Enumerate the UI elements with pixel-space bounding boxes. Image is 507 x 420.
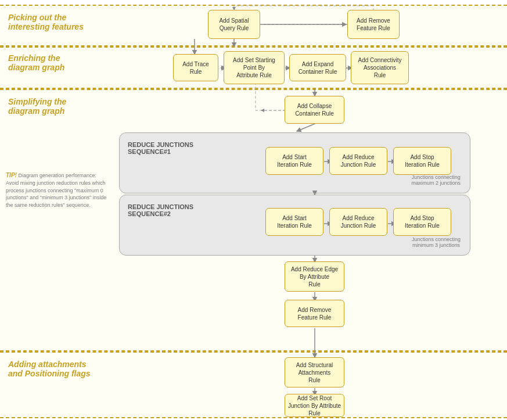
box-collapse-container[interactable]: Add CollapseContainer Rule <box>285 96 344 124</box>
box-start-iter-1[interactable]: Add StartIteration Rule <box>265 147 323 175</box>
box-remove-feature-2[interactable]: Add RemoveFeature Rule <box>285 300 344 327</box>
box-stop-iter-1[interactable]: Add StopIteration Rule <box>393 147 451 175</box>
sequence-2-note: Junctions connectingminimum 3 junctions <box>412 236 461 248</box>
box-reduce-edge[interactable]: Add Reduce EdgeBy AttributeRule <box>285 261 344 292</box>
section-band-4: Adding attachmentsand Positioning flags <box>0 351 507 418</box>
box-set-starting[interactable]: Add Set StartingPoint ByAttribute Rule <box>224 51 285 84</box>
sequence-1-label: REDUCE JUNCTIONSSEQUENCE#1 <box>128 141 193 155</box>
box-expand-container[interactable]: Add ExpandContainer Rule <box>289 54 346 81</box>
sequence-2-label: REDUCE JUNCTIONSSEQUENCE#2 <box>128 203 193 217</box>
section-label-1: Picking out theinteresting features <box>8 13 84 31</box>
tip-text: Diagram generation performance: Avoid mi… <box>6 173 106 208</box>
box-connectivity[interactable]: Add ConnectivityAssociationsRule <box>351 51 409 84</box>
box-set-root[interactable]: Add Set Root Junction By Attribute Rule <box>285 394 344 417</box>
box-structural[interactable]: Add StructuralAttachmentsRule <box>285 357 344 387</box>
main-container: Picking out theinteresting features Enri… <box>0 0 507 420</box>
box-trace-rule[interactable]: Add TraceRule <box>173 54 218 81</box>
box-spatial-query[interactable]: Add Spatial Query Rule <box>208 10 260 39</box>
sequence-1-note: Junctions connectingmaximum 2 junctions <box>411 174 461 186</box>
box-reduce-junction-1[interactable]: Add ReduceJunction Rule <box>329 147 387 175</box>
box-reduce-junction-2[interactable]: Add ReduceJunction Rule <box>329 208 387 236</box>
box-remove-feature-1[interactable]: Add RemoveFeature Rule <box>347 10 400 39</box>
box-stop-iter-2[interactable]: Add StopIteration Rule <box>393 208 451 236</box>
section-label-2: Enriching thediagram graph <box>8 53 64 72</box>
section-label-3: Simplifying thediagram graph <box>8 97 66 116</box>
box-start-iter-2[interactable]: Add StartIteration Rule <box>265 208 323 236</box>
tip-label: TIP! <box>6 172 17 178</box>
section-label-4: Adding attachmentsand Positioning flags <box>8 360 91 378</box>
tip-box: TIP! Diagram generation performance: Avo… <box>6 171 107 209</box>
